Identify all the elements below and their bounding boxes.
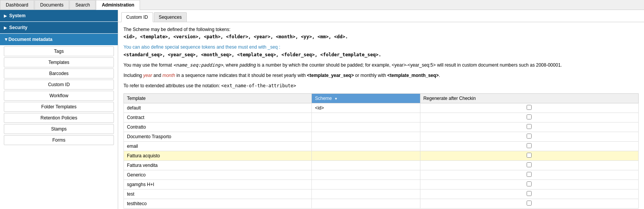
table-row[interactable]: test	[124, 189, 639, 199]
regenerate-checkbox[interactable]	[527, 143, 532, 148]
para3-padding: padding	[239, 62, 256, 68]
sidebar-btn-barcodes[interactable]: Barcodes	[4, 69, 114, 78]
regenerate-checkbox[interactable]	[527, 201, 532, 206]
para4-or: or monthly with	[354, 73, 387, 78]
para2-text: You can also define special sequence tok…	[124, 44, 280, 50]
cell-regenerate	[420, 189, 638, 199]
tab-custom-id[interactable]: Custom ID	[121, 12, 153, 22]
para3-post: is a number by which the counter should …	[256, 62, 562, 68]
th-regenerate[interactable]: Regenerate after Checkin	[420, 94, 638, 103]
nav-search[interactable]: Search	[69, 0, 96, 10]
cell-template: Contract	[124, 113, 312, 122]
cell-template: Fattura acquisto	[124, 151, 312, 161]
para4-and: and	[152, 73, 163, 78]
para3-pre: You may use the format	[124, 62, 173, 68]
para2-tokens: <standard_seq>, <year_seq>, <month_seq>,…	[124, 52, 381, 57]
cell-regenerate	[420, 161, 638, 170]
cell-regenerate	[420, 103, 638, 113]
regenerate-checkbox[interactable]	[527, 134, 532, 139]
cell-scheme	[312, 189, 420, 199]
regenerate-checkbox[interactable]	[527, 181, 532, 186]
cell-regenerate	[420, 113, 638, 122]
para4-month-seq: <template_month_seq>	[387, 73, 439, 78]
regenerate-checkbox[interactable]	[527, 105, 532, 110]
regenerate-checkbox[interactable]	[527, 172, 532, 177]
sidebar-btn-forms[interactable]: Forms	[4, 135, 114, 145]
sidebar-btn-retention-policies[interactable]: Retention Policies	[4, 113, 114, 123]
cell-regenerate	[420, 132, 638, 142]
cell-scheme	[312, 122, 420, 132]
cell-scheme	[312, 113, 420, 122]
info-paragraph-3: You may use the format <name_seq:padding…	[124, 62, 639, 69]
cell-template: email	[124, 142, 312, 151]
cell-scheme	[312, 142, 420, 151]
cell-scheme	[312, 151, 420, 161]
cell-template: testhiteco	[124, 199, 312, 209]
cell-template: test	[124, 189, 312, 199]
th-template[interactable]: Template	[124, 94, 312, 103]
sidebar-btn-workflow[interactable]: Workflow	[4, 91, 114, 101]
sidebar-system-header[interactable]: ▶ System	[0, 10, 118, 21]
table-row[interactable]: default<id>	[124, 103, 639, 113]
para5-notation: <ext_name-of-the-attribute>	[221, 83, 296, 88]
cell-template: Documento Trasporto	[124, 132, 312, 142]
th-scheme[interactable]: Scheme ▼	[312, 94, 420, 103]
sidebar-btn-tags[interactable]: Tags	[4, 46, 114, 56]
docmeta-expand-arrow: ▼	[4, 37, 8, 42]
cell-template: default	[124, 103, 312, 113]
main-content: Custom ID Sequences The Scheme may be de…	[118, 10, 644, 209]
sidebar-btn-folder-templates[interactable]: Folder Templates	[4, 102, 114, 112]
regenerate-checkbox[interactable]	[527, 124, 532, 129]
th-scheme-label: Scheme	[315, 96, 332, 101]
para4-mid: in a sequence name indicates that it sho…	[175, 73, 307, 78]
regenerate-checkbox[interactable]	[527, 162, 532, 167]
top-navigation: Dashboard Documents Search Administratio…	[0, 0, 644, 10]
nav-documents[interactable]: Documents	[35, 0, 69, 10]
para4-year: year	[143, 73, 152, 78]
sidebar-btn-customid[interactable]: Custom ID	[4, 80, 114, 90]
info-paragraph-2: You can also define special sequence tok…	[124, 44, 639, 58]
table-row[interactable]: Fattura acquisto	[124, 151, 639, 161]
system-expand-arrow: ▶	[4, 14, 7, 18]
table-row[interactable]: Contratto	[124, 122, 639, 132]
tab-sequences[interactable]: Sequences	[154, 12, 187, 22]
sidebar-system-label: System	[9, 13, 26, 18]
cell-regenerate	[420, 170, 638, 180]
cell-regenerate	[420, 122, 638, 132]
table-row[interactable]: sgamghs H+I	[124, 180, 639, 189]
nav-dashboard[interactable]: Dashboard	[0, 0, 34, 10]
table-row[interactable]: email	[124, 142, 639, 151]
table-row[interactable]: Fattura vendita	[124, 161, 639, 170]
sidebar-btn-templates[interactable]: Templates	[4, 57, 114, 67]
table-row[interactable]: Contract	[124, 113, 639, 122]
para4-year-seq: <template_year_seq>	[307, 73, 354, 78]
table-row[interactable]: testhiteco	[124, 199, 639, 209]
para3-mid: , where	[223, 62, 240, 68]
sidebar-document-metadata-label: Document metadata	[8, 37, 53, 42]
cell-scheme	[312, 161, 420, 170]
table-header-row: Template Scheme ▼ Regenerate after Check…	[124, 94, 639, 103]
info-paragraph-4: Including year and month in a sequence n…	[124, 72, 639, 79]
cell-regenerate	[420, 142, 638, 151]
nav-administration[interactable]: Administration	[96, 0, 140, 10]
cell-template: sgamghs H+I	[124, 180, 312, 189]
regenerate-checkbox[interactable]	[527, 191, 532, 196]
cell-template: Generico	[124, 170, 312, 180]
table-row[interactable]: Documento Trasporto	[124, 132, 639, 142]
regenerate-checkbox[interactable]	[527, 153, 532, 158]
cell-scheme: <id>	[312, 103, 420, 113]
sidebar-security-header[interactable]: ▶ Security	[0, 22, 118, 33]
sidebar-security-label: Security	[9, 25, 27, 30]
sidebar-document-metadata-header[interactable]: ▼ Document metadata	[0, 34, 118, 45]
sidebar-btn-stamps[interactable]: Stamps	[4, 124, 114, 134]
cell-scheme	[312, 180, 420, 189]
para3-format: <name_seq:padding>	[173, 62, 223, 68]
para4-month: month	[162, 73, 175, 78]
para5-pre: To refer to extended attributes use the …	[124, 83, 221, 88]
info-paragraph-5: To refer to extended attributes use the …	[124, 82, 639, 90]
custom-id-table: Template Scheme ▼ Regenerate after Check…	[124, 93, 639, 209]
regenerate-checkbox[interactable]	[527, 114, 532, 119]
table-row[interactable]: Generico	[124, 170, 639, 180]
security-expand-arrow: ▶	[4, 26, 7, 30]
main-layout: ▶ System ▶ Security ▼ Document metadata …	[0, 10, 644, 209]
